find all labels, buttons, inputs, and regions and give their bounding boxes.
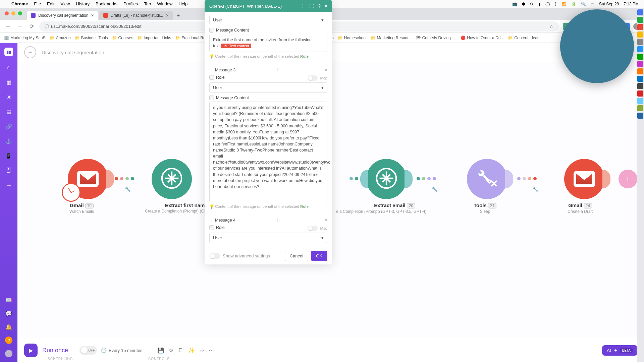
role-select[interactable]: User▾: [209, 15, 327, 25]
run-button[interactable]: ▶: [24, 344, 38, 357]
nav-grid-icon[interactable]: ▦: [5, 78, 12, 86]
bookmark[interactable]: 📁Marketing Resour...: [371, 36, 412, 40]
bookmark[interactable]: 📁Important Links: [137, 36, 171, 40]
ai-button[interactable]: AI✦BETA: [602, 345, 637, 356]
map-toggle[interactable]: [308, 75, 318, 81]
message-content-input[interactable]: e you currently using or interested in u…: [209, 102, 327, 202]
node-gmail-watch[interactable]: [68, 159, 108, 199]
reload-icon[interactable]: ⟳: [28, 23, 35, 29]
nav-data-icon[interactable]: 🗄: [5, 167, 12, 174]
nav-webhooks-icon[interactable]: ⚓: [5, 137, 12, 145]
control-center-icon[interactable]: ⚎: [591, 2, 594, 6]
variable-pill[interactable]: 19. Text content: [221, 44, 251, 48]
bookmark[interactable]: 📁Content Ideas: [508, 36, 539, 40]
collapse-icon[interactable]: ⊟: [209, 68, 212, 72]
new-tab-button[interactable]: +: [174, 11, 182, 20]
nav-help-icon[interactable]: ?: [5, 337, 12, 344]
ok-button[interactable]: OK: [311, 251, 327, 261]
bookmark[interactable]: 📁Courses: [112, 36, 133, 40]
node-output-port[interactable]: [106, 170, 114, 188]
dock-icon[interactable]: [637, 76, 643, 82]
dock-icon[interactable]: [637, 61, 643, 67]
node-output-port[interactable]: [405, 170, 413, 188]
node-tools-sleep[interactable]: [467, 159, 507, 199]
nav-scenarios-icon[interactable]: ⤨: [5, 93, 12, 101]
nav-more-icon[interactable]: ⊸: [5, 182, 12, 189]
menu-help[interactable]: Help: [179, 1, 188, 6]
node-gmail-draft[interactable]: [564, 159, 604, 199]
remove-message-icon[interactable]: ×: [325, 68, 327, 72]
role-select[interactable]: User▾: [209, 82, 327, 93]
schedule-interval[interactable]: Every 15 minutes: [101, 348, 142, 353]
modal-help-icon[interactable]: ?: [318, 3, 321, 9]
notes-icon[interactable]: 🗒: [178, 347, 183, 354]
close-tab-icon[interactable]: ×: [91, 13, 94, 18]
wifi-icon[interactable]: 📶: [561, 2, 567, 6]
map-toggle[interactable]: [308, 226, 318, 231]
menu-bookmarks[interactable]: Bookmarks: [96, 1, 117, 6]
dock-icon[interactable]: [637, 46, 643, 52]
tray-icon[interactable]: ⬢: [522, 2, 525, 6]
node-extract-email[interactable]: [366, 159, 407, 199]
explain-flow-icon[interactable]: ↦: [200, 347, 204, 354]
dock-icon[interactable]: [637, 68, 643, 74]
star-icon[interactable]: ☆: [549, 24, 553, 29]
back-button[interactable]: ←: [24, 46, 36, 58]
tray-icon[interactable]: ▮: [538, 2, 541, 6]
role-select[interactable]: User▾: [209, 233, 327, 243]
add-node-button[interactable]: +: [619, 170, 637, 188]
bookmark[interactable]: 🏢Marketing My SaaS: [4, 36, 46, 40]
dock-icon[interactable]: [637, 105, 643, 111]
bookmark[interactable]: 🏁Comedy Driving -...: [416, 36, 457, 40]
collapse-icon[interactable]: ⊟: [209, 218, 212, 222]
bookmark[interactable]: 📁Amazon: [50, 36, 71, 40]
forward-icon[interactable]: →: [16, 23, 24, 29]
dock-icon[interactable]: [637, 98, 643, 104]
node-input-port[interactable]: [360, 170, 368, 188]
schedule-toggle[interactable]: OFF: [79, 346, 97, 355]
menu-window[interactable]: Window: [157, 1, 172, 6]
scenario-title[interactable]: Discovery call segmentation: [42, 50, 104, 55]
site-info-icon[interactable]: ⓘ: [45, 23, 49, 29]
dock-icon[interactable]: [637, 39, 643, 45]
modal-expand-icon[interactable]: ⛶: [309, 3, 314, 9]
webcam-overlay[interactable]: [560, 9, 634, 83]
dock-icon[interactable]: [637, 83, 643, 89]
app-name[interactable]: Chrome: [11, 1, 28, 6]
search-icon[interactable]: 🔍: [581, 2, 586, 6]
battery-icon[interactable]: 🔋: [571, 2, 576, 6]
menu-profiles[interactable]: Profiles: [123, 1, 138, 6]
menu-file[interactable]: File: [34, 1, 41, 6]
maximize-window[interactable]: [18, 11, 22, 15]
tab-inactive[interactable]: Drafts (18) - nachole@studi... ×: [99, 11, 173, 20]
tray-icon[interactable]: ⚙: [530, 2, 534, 6]
drag-handle-icon[interactable]: ⁞⁞: [277, 218, 280, 223]
wrench-icon[interactable]: 🔧: [432, 186, 437, 192]
advanced-toggle[interactable]: Show advanced settings: [209, 253, 270, 259]
node-output-port[interactable]: [602, 170, 610, 188]
bookmark[interactable]: 🔴How to Order a Dri...: [461, 36, 504, 40]
menu-history[interactable]: History: [76, 1, 89, 6]
modal-close-icon[interactable]: ×: [325, 3, 327, 9]
save-icon[interactable]: 💾: [157, 347, 164, 354]
bookmark[interactable]: 📁Homeschool: [338, 36, 367, 40]
nav-connections-icon[interactable]: 🔗: [5, 123, 12, 130]
close-tab-icon[interactable]: ×: [166, 13, 169, 18]
menu-edit[interactable]: Edit: [47, 1, 54, 6]
minimize-window[interactable]: [11, 11, 15, 15]
dock-icon[interactable]: [637, 32, 643, 38]
run-label[interactable]: Run once: [42, 347, 68, 354]
menubar-date[interactable]: Sat Sep 28: [599, 2, 619, 6]
tray-icon[interactable]: 📺: [512, 2, 517, 6]
close-window[interactable]: [5, 11, 9, 15]
nav-bell-icon[interactable]: 🔔: [5, 323, 12, 330]
nav-templates-icon[interactable]: ▤: [5, 108, 12, 115]
modal-menu-icon[interactable]: ⋮: [301, 3, 305, 9]
tray-icon[interactable]: ◯: [545, 2, 550, 6]
nav-mobile-icon[interactable]: 📱: [5, 152, 12, 160]
menu-view[interactable]: View: [60, 1, 70, 6]
message-content-input[interactable]: Extract the first name of the invitee fr…: [209, 34, 327, 52]
nav-resource-icon[interactable]: 📖: [5, 296, 12, 304]
dock-icon[interactable]: [637, 113, 643, 119]
wrench-icon[interactable]: 🔧: [532, 186, 538, 192]
